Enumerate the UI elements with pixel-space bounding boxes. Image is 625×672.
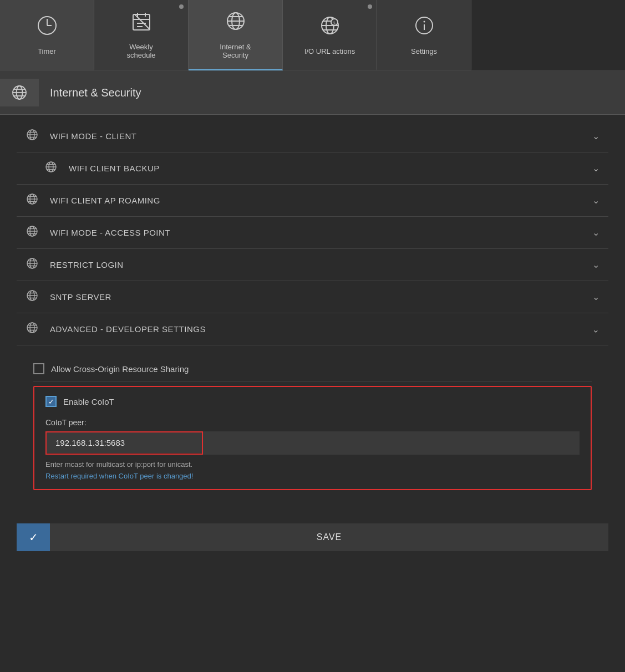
tab-timer-label: Timer — [38, 47, 56, 55]
tab-io-url-label: I/O URL actions — [304, 47, 355, 55]
menu-item-wifi-backup[interactable]: WIFI CLIENT BACKUP ⌄ — [17, 152, 608, 185]
globe-icon-wifi-ap — [26, 225, 39, 241]
menu-item-sntp-server[interactable]: SNTP SERVER ⌄ — [17, 281, 608, 313]
tab-dot-io — [368, 4, 372, 9]
chevron-wifi-ap: ⌄ — [592, 227, 599, 238]
coiot-box: ✓ Enable CoIoT CoIoT peer: Enter mcast f… — [33, 386, 592, 490]
globe-icon-tab — [225, 10, 247, 37]
coiot-peer-label: CoIoT peer: — [45, 418, 580, 427]
coiot-peer-input[interactable] — [47, 432, 202, 453]
menu-label-wifi-ap: WIFI MODE - ACCESS POINT — [50, 228, 592, 237]
chevron-sntp: ⌄ — [592, 292, 599, 302]
save-checkmark-icon: ✓ — [17, 523, 50, 551]
save-button[interactable]: SAVE — [50, 523, 608, 551]
menu-label-wifi-roaming: WIFI CLIENT AP ROAMING — [50, 196, 592, 205]
menu-item-wifi-roaming[interactable]: WIFI CLIENT AP ROAMING ⌄ — [17, 185, 608, 217]
calendar-icon — [130, 10, 153, 37]
globe-icon-advanced — [26, 321, 39, 337]
menu-item-restrict-login[interactable]: RESTRICT LOGIN ⌄ — [17, 249, 608, 281]
coiot-enable-label: Enable CoIoT — [63, 397, 114, 406]
tab-bar: Timer Weeklyschedule — [0, 0, 625, 71]
section-header-icon — [0, 79, 39, 106]
save-bar: ✓ SAVE — [17, 523, 608, 551]
io-url-icon: $ — [319, 14, 341, 42]
menu-item-wifi-client[interactable]: WIFI MODE - CLIENT ⌄ — [17, 120, 608, 152]
svg-text:$: $ — [333, 21, 336, 26]
chevron-restrict-login: ⌄ — [592, 259, 599, 270]
tab-internet-security[interactable]: Internet &Security — [189, 0, 283, 70]
tab-internet-security-label: Internet &Security — [220, 43, 251, 59]
coiot-restart-msg: Restart required when CoIoT peer is chan… — [45, 472, 580, 480]
section-header-title: Internet & Security — [50, 86, 141, 99]
globe-icon-sntp — [26, 289, 39, 305]
tab-settings-label: Settings — [411, 47, 437, 55]
menu-label-sntp: SNTP SERVER — [50, 292, 592, 302]
section-header: Internet & Security — [0, 71, 625, 115]
tab-settings[interactable]: Settings — [377, 0, 471, 70]
menu-label-restrict-login: RESTRICT LOGIN — [50, 260, 592, 269]
advanced-settings-content: Allow Cross-Origin Resource Sharing ✓ En… — [17, 351, 608, 510]
globe-icon-restrict-login — [26, 257, 39, 273]
clock-icon — [36, 14, 58, 42]
chevron-advanced: ⌃ — [592, 324, 599, 334]
coiot-enable-row: ✓ Enable CoIoT — [45, 396, 580, 407]
menu-label-wifi-backup: WIFI CLIENT BACKUP — [69, 164, 592, 173]
coiot-enable-checkbox[interactable]: ✓ — [45, 396, 57, 407]
tab-weekly-schedule-label: Weeklyschedule — [126, 43, 155, 59]
coiot-peer-input-highlight — [45, 431, 203, 455]
chevron-wifi-backup: ⌄ — [592, 163, 599, 174]
chevron-wifi-roaming: ⌄ — [592, 195, 599, 206]
allow-cors-row: Allow Cross-Origin Resource Sharing — [33, 357, 592, 381]
tab-dot-weekly — [179, 4, 184, 9]
globe-icon-wifi-client — [26, 128, 39, 144]
globe-icon-wifi-backup — [44, 160, 58, 176]
allow-cors-checkbox[interactable] — [33, 363, 44, 374]
svg-point-24 — [423, 21, 425, 22]
menu-list: WIFI MODE - CLIENT ⌄ WIFI CLIENT BACKUP … — [17, 120, 608, 345]
tab-weekly-schedule[interactable]: Weeklyschedule — [94, 0, 189, 70]
menu-label-wifi-client: WIFI MODE - CLIENT — [50, 131, 592, 141]
menu-item-advanced[interactable]: ADVANCED - DEVELOPER SETTINGS ⌃ — [17, 313, 608, 345]
chevron-wifi-client: ⌄ — [592, 131, 599, 141]
tab-timer[interactable]: Timer — [0, 0, 94, 70]
menu-item-wifi-ap[interactable]: WIFI MODE - ACCESS POINT ⌄ — [17, 217, 608, 249]
info-icon — [413, 14, 435, 42]
coiot-hint: Enter mcast for multicast or ip:port for… — [45, 460, 580, 469]
coiot-input-filler — [203, 431, 580, 455]
coiot-peer-input-row — [45, 431, 580, 455]
tab-io-url-actions[interactable]: $ I/O URL actions — [283, 0, 377, 70]
allow-cors-label: Allow Cross-Origin Resource Sharing — [51, 364, 189, 374]
menu-label-advanced: ADVANCED - DEVELOPER SETTINGS — [50, 324, 592, 334]
globe-icon-wifi-roaming — [26, 192, 39, 208]
